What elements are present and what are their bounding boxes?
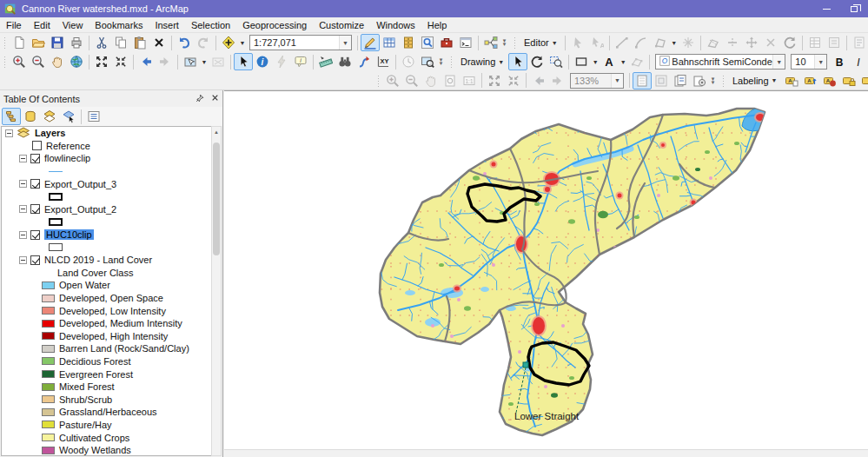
go-back-extent-button[interactable] — [136, 53, 156, 70]
fixed-zoom-in-button[interactable] — [92, 53, 111, 70]
label-priority-button[interactable]: A — [801, 72, 820, 89]
measure-tool[interactable] — [316, 53, 335, 70]
rotate-element-tool[interactable] — [527, 53, 547, 70]
create-viewer-window-button[interactable] — [418, 53, 437, 70]
modelbuilder-button[interactable] — [481, 34, 500, 51]
layer-symbol[interactable] — [49, 193, 63, 201]
menu-selection[interactable]: Selection — [185, 18, 236, 32]
delete-button[interactable] — [149, 34, 169, 51]
legend-swatch[interactable] — [42, 421, 55, 428]
combo-dropdown-icon[interactable]: ▼ — [339, 36, 351, 50]
label-weight-button[interactable]: A — [820, 72, 839, 89]
select-features-tool[interactable] — [181, 53, 200, 70]
collapse-icon[interactable] — [19, 256, 27, 264]
combo-dropdown-icon[interactable]: ▼ — [611, 74, 623, 88]
layer-label[interactable]: HUC10clip — [44, 229, 94, 240]
identify-tool[interactable]: i — [253, 53, 272, 70]
layer-label[interactable]: NLCD 2019 - Land Cover — [44, 255, 152, 265]
toolbar-grip[interactable] — [376, 74, 381, 88]
layer-label[interactable]: Export_Output_3 — [44, 179, 116, 189]
toc-scrollbar[interactable]: ▲ — [211, 126, 222, 456]
restore-button[interactable] — [840, 0, 868, 17]
catalog-window-button[interactable] — [399, 34, 418, 51]
full-extent-button[interactable] — [67, 53, 86, 70]
close-icon[interactable] — [211, 94, 219, 104]
dropdown-arrow-icon[interactable]: ▼ — [670, 34, 679, 51]
collapse-icon[interactable] — [19, 180, 27, 188]
save-button[interactable] — [48, 34, 67, 51]
list-by-visibility-button[interactable] — [40, 108, 59, 125]
collapse-icon[interactable] — [5, 129, 13, 137]
toolbar-overflow-button[interactable]: ▾▾ — [500, 34, 508, 51]
copy-button[interactable] — [111, 34, 130, 51]
group-label[interactable]: Layers — [35, 128, 65, 138]
combo-dropdown-icon[interactable]: ▼ — [814, 55, 826, 69]
drawing-menu[interactable]: Drawing▼ — [456, 54, 508, 70]
map-canvas[interactable]: Lower Straight — [224, 90, 868, 457]
labeling-menu[interactable]: Labeling▼ — [728, 73, 782, 89]
cut-button[interactable] — [92, 34, 111, 51]
select-elements-tool[interactable] — [234, 53, 253, 70]
menu-file[interactable]: File — [0, 18, 28, 32]
data-driven-pages-settings[interactable] — [690, 72, 709, 89]
menu-customize[interactable]: Customize — [313, 18, 370, 32]
map-scale-combo[interactable]: 1:727,071▼ — [249, 35, 352, 50]
toc-options-button[interactable] — [84, 108, 103, 125]
layer-label[interactable]: flowlineclip — [44, 153, 90, 163]
select-elements-tool-2[interactable] — [508, 53, 527, 70]
collapse-icon[interactable] — [19, 155, 27, 162]
legend-swatch[interactable] — [42, 408, 55, 416]
legend-swatch[interactable] — [42, 447, 55, 454]
legend-swatch[interactable] — [42, 395, 55, 403]
layer-visibility-checkbox[interactable] — [30, 230, 40, 240]
layer-visibility-checkbox[interactable] — [30, 154, 40, 163]
layer-symbol[interactable] — [49, 171, 63, 172]
add-data-button[interactable] — [219, 34, 238, 51]
go-to-xy-button[interactable]: XY — [374, 53, 393, 70]
find-route-button[interactable] — [354, 53, 374, 70]
new-map-button[interactable] — [10, 34, 29, 51]
lock-labels-button[interactable] — [839, 72, 858, 89]
undo-button[interactable] — [175, 34, 194, 51]
minimize-button[interactable] — [812, 0, 840, 17]
menu-windows[interactable]: Windows — [370, 18, 421, 32]
paste-button[interactable] — [130, 34, 149, 51]
editor-toolbar-toggle[interactable] — [361, 34, 380, 51]
layer-label[interactable]: Reference — [46, 141, 90, 151]
zoom-to-selected-button[interactable] — [547, 53, 566, 70]
map-horizontal-scrollbar[interactable] — [224, 449, 868, 457]
menu-geoprocessing[interactable]: Geoprocessing — [236, 18, 313, 32]
layer-symbol[interactable] — [49, 243, 63, 251]
toolbar-grip[interactable] — [3, 36, 7, 50]
new-rectangle-tool[interactable] — [572, 53, 591, 70]
dropdown-arrow-icon[interactable]: ▼ — [591, 53, 600, 70]
menu-bookmarks[interactable]: Bookmarks — [89, 18, 149, 32]
pan-tool[interactable] — [48, 53, 67, 70]
toolbar-overflow-button[interactable]: ▾▾ — [709, 72, 717, 89]
italic-button[interactable]: I — [849, 53, 868, 70]
collapse-icon[interactable] — [19, 231, 27, 239]
legend-swatch[interactable] — [42, 295, 55, 302]
toolbar-grip[interactable] — [721, 74, 726, 88]
new-text-tool[interactable]: A — [600, 53, 619, 70]
zoom-out-tool[interactable] — [29, 53, 48, 70]
editor-menu[interactable]: Editor▼ — [520, 35, 562, 50]
python-window-button[interactable] — [456, 34, 475, 51]
toolbar-grip[interactable] — [3, 55, 7, 69]
dropdown-arrow-icon[interactable]: ▼ — [238, 34, 247, 51]
legend-swatch[interactable] — [42, 370, 55, 378]
data-driven-pages-button[interactable] — [671, 72, 690, 89]
layout-zoom-combo[interactable]: 133%▼ — [570, 73, 624, 89]
list-by-drawing-order-button[interactable] — [2, 108, 21, 125]
layer-visibility-checkbox[interactable] — [30, 204, 40, 214]
legend-swatch[interactable] — [42, 357, 55, 365]
toolbar-grip[interactable] — [449, 55, 454, 69]
bold-button[interactable]: B — [830, 53, 849, 70]
layer-visibility-checkbox[interactable] — [30, 255, 40, 265]
toggle-draft-mode[interactable] — [633, 72, 652, 89]
layer-visibility-checkbox[interactable] — [32, 141, 42, 150]
layer-label[interactable]: Export_Output_2 — [44, 204, 116, 215]
table-of-contents-button[interactable] — [380, 34, 399, 51]
legend-swatch[interactable] — [42, 320, 55, 328]
menu-insert[interactable]: Insert — [149, 18, 185, 32]
